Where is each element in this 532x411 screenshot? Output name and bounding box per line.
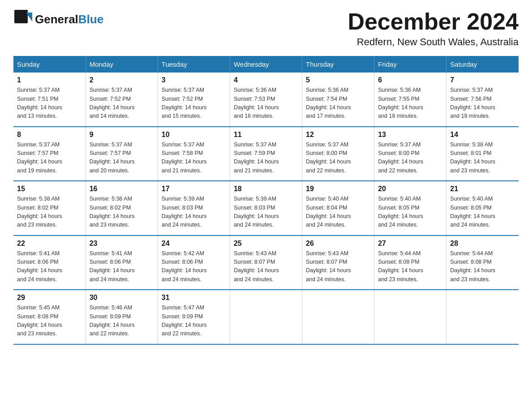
calendar-cell: 5Sunrise: 5:36 AMSunset: 7:54 PMDaylight… <box>302 73 374 127</box>
calendar-cell: 11Sunrise: 5:37 AMSunset: 7:59 PMDayligh… <box>230 127 302 181</box>
day-info: Sunrise: 5:37 AMSunset: 7:56 PMDaylight:… <box>450 86 515 121</box>
calendar-cell: 1Sunrise: 5:37 AMSunset: 7:51 PMDaylight… <box>13 73 86 127</box>
calendar-cell: 8Sunrise: 5:37 AMSunset: 7:57 PMDaylight… <box>13 127 86 181</box>
day-info: Sunrise: 5:37 AMSunset: 7:52 PMDaylight:… <box>90 86 154 121</box>
header-friday: Friday <box>374 56 446 73</box>
day-info: Sunrise: 5:43 AMSunset: 8:07 PMDaylight:… <box>306 249 370 284</box>
header-wednesday: Wednesday <box>230 56 302 73</box>
day-number: 15 <box>17 185 82 193</box>
day-info: Sunrise: 5:37 AMSunset: 8:00 PMDaylight:… <box>306 141 370 176</box>
title-area: December 2024 Redfern, New South Wales, … <box>348 9 519 48</box>
day-number: 1 <box>17 76 82 84</box>
day-info: Sunrise: 5:44 AMSunset: 8:08 PMDaylight:… <box>378 249 442 284</box>
day-number: 12 <box>306 131 370 139</box>
day-number: 2 <box>90 76 154 84</box>
day-number: 5 <box>306 76 370 84</box>
header-monday: Monday <box>86 56 158 73</box>
day-number: 16 <box>90 185 154 193</box>
day-number: 13 <box>378 131 442 139</box>
page-header: GeneralBlue December 2024 Redfern, New S… <box>13 9 519 48</box>
calendar-cell: 16Sunrise: 5:38 AMSunset: 8:02 PMDayligh… <box>86 181 158 235</box>
calendar-cell: 21Sunrise: 5:40 AMSunset: 8:05 PMDayligh… <box>446 181 519 235</box>
day-number: 10 <box>162 131 226 139</box>
day-number: 20 <box>378 185 442 193</box>
calendar-cell: 30Sunrise: 5:46 AMSunset: 8:09 PMDayligh… <box>86 290 158 344</box>
calendar-cell: 18Sunrise: 5:39 AMSunset: 8:03 PMDayligh… <box>230 181 302 235</box>
calendar-cell: 14Sunrise: 5:38 AMSunset: 8:01 PMDayligh… <box>446 127 519 181</box>
day-number: 9 <box>90 131 154 139</box>
day-number: 3 <box>162 76 226 84</box>
day-info: Sunrise: 5:40 AMSunset: 8:05 PMDaylight:… <box>378 195 442 230</box>
calendar-week-row: 22Sunrise: 5:41 AMSunset: 8:06 PMDayligh… <box>13 235 519 290</box>
day-info: Sunrise: 5:39 AMSunset: 8:03 PMDaylight:… <box>234 195 298 230</box>
calendar-cell: 9Sunrise: 5:37 AMSunset: 7:57 PMDaylight… <box>86 127 158 181</box>
day-number: 25 <box>234 240 298 248</box>
day-number: 31 <box>162 294 226 302</box>
day-number: 17 <box>162 185 226 193</box>
day-info: Sunrise: 5:42 AMSunset: 8:06 PMDaylight:… <box>162 249 226 284</box>
calendar-cell: 22Sunrise: 5:41 AMSunset: 8:06 PMDayligh… <box>13 235 86 290</box>
day-number: 29 <box>17 294 82 302</box>
logo-area: GeneralBlue <box>13 9 103 30</box>
calendar-cell <box>302 290 374 344</box>
day-number: 19 <box>306 185 370 193</box>
month-title: December 2024 <box>348 9 519 34</box>
day-number: 8 <box>17 131 82 139</box>
calendar-cell <box>230 290 302 344</box>
day-number: 7 <box>450 76 515 84</box>
calendar-week-row: 1Sunrise: 5:37 AMSunset: 7:51 PMDaylight… <box>13 73 519 127</box>
day-number: 14 <box>450 131 515 139</box>
calendar-cell: 29Sunrise: 5:45 AMSunset: 8:08 PMDayligh… <box>13 290 86 344</box>
header-sunday: Sunday <box>13 56 86 73</box>
day-info: Sunrise: 5:40 AMSunset: 8:04 PMDaylight:… <box>306 195 370 230</box>
calendar-cell: 10Sunrise: 5:37 AMSunset: 7:58 PMDayligh… <box>158 127 230 181</box>
calendar-week-row: 8Sunrise: 5:37 AMSunset: 7:57 PMDaylight… <box>13 127 519 181</box>
day-number: 18 <box>234 185 298 193</box>
day-info: Sunrise: 5:37 AMSunset: 7:51 PMDaylight:… <box>17 86 82 121</box>
header-tuesday: Tuesday <box>158 56 230 73</box>
calendar-cell: 4Sunrise: 5:36 AMSunset: 7:53 PMDaylight… <box>230 73 302 127</box>
day-info: Sunrise: 5:37 AMSunset: 8:00 PMDaylight:… <box>378 141 442 176</box>
day-info: Sunrise: 5:37 AMSunset: 7:52 PMDaylight:… <box>162 86 226 121</box>
day-info: Sunrise: 5:43 AMSunset: 8:07 PMDaylight:… <box>234 249 298 284</box>
calendar-cell: 15Sunrise: 5:38 AMSunset: 8:02 PMDayligh… <box>13 181 86 235</box>
day-info: Sunrise: 5:40 AMSunset: 8:05 PMDaylight:… <box>450 195 515 230</box>
calendar-cell: 31Sunrise: 5:47 AMSunset: 8:09 PMDayligh… <box>158 290 230 344</box>
day-number: 26 <box>306 240 370 248</box>
day-number: 21 <box>450 185 515 193</box>
day-info: Sunrise: 5:41 AMSunset: 8:06 PMDaylight:… <box>90 249 154 284</box>
day-info: Sunrise: 5:38 AMSunset: 8:02 PMDaylight:… <box>90 195 154 230</box>
calendar-table: SundayMondayTuesdayWednesdayThursdayFrid… <box>13 56 519 345</box>
logo-icon <box>13 9 34 30</box>
calendar-cell: 6Sunrise: 5:36 AMSunset: 7:55 PMDaylight… <box>374 73 446 127</box>
day-info: Sunrise: 5:36 AMSunset: 7:54 PMDaylight:… <box>306 86 370 121</box>
calendar-cell: 19Sunrise: 5:40 AMSunset: 8:04 PMDayligh… <box>302 181 374 235</box>
calendar-cell: 12Sunrise: 5:37 AMSunset: 8:00 PMDayligh… <box>302 127 374 181</box>
day-info: Sunrise: 5:37 AMSunset: 7:58 PMDaylight:… <box>162 141 226 176</box>
calendar-cell: 25Sunrise: 5:43 AMSunset: 8:07 PMDayligh… <box>230 235 302 290</box>
day-number: 28 <box>450 240 515 248</box>
calendar-cell: 3Sunrise: 5:37 AMSunset: 7:52 PMDaylight… <box>158 73 230 127</box>
header-saturday: Saturday <box>446 56 519 73</box>
day-number: 27 <box>378 240 442 248</box>
day-number: 6 <box>378 76 442 84</box>
day-info: Sunrise: 5:47 AMSunset: 8:09 PMDaylight:… <box>162 304 226 338</box>
location-title: Redfern, New South Wales, Australia <box>348 36 519 48</box>
day-info: Sunrise: 5:39 AMSunset: 8:03 PMDaylight:… <box>162 195 226 230</box>
day-info: Sunrise: 5:37 AMSunset: 7:57 PMDaylight:… <box>17 141 82 176</box>
calendar-cell: 24Sunrise: 5:42 AMSunset: 8:06 PMDayligh… <box>158 235 230 290</box>
day-number: 24 <box>162 240 226 248</box>
calendar-cell: 20Sunrise: 5:40 AMSunset: 8:05 PMDayligh… <box>374 181 446 235</box>
calendar-header-row: SundayMondayTuesdayWednesdayThursdayFrid… <box>13 56 519 73</box>
calendar-cell <box>446 290 519 344</box>
day-number: 30 <box>90 294 154 302</box>
calendar-week-row: 29Sunrise: 5:45 AMSunset: 8:08 PMDayligh… <box>13 290 519 344</box>
day-info: Sunrise: 5:36 AMSunset: 7:53 PMDaylight:… <box>234 86 298 121</box>
day-info: Sunrise: 5:44 AMSunset: 8:08 PMDaylight:… <box>450 249 515 284</box>
logo-blue: Blue <box>78 13 103 26</box>
day-info: Sunrise: 5:38 AMSunset: 8:01 PMDaylight:… <box>450 141 515 176</box>
day-number: 4 <box>234 76 298 84</box>
day-number: 11 <box>234 131 298 139</box>
header-thursday: Thursday <box>302 56 374 73</box>
day-info: Sunrise: 5:45 AMSunset: 8:08 PMDaylight:… <box>17 304 82 338</box>
